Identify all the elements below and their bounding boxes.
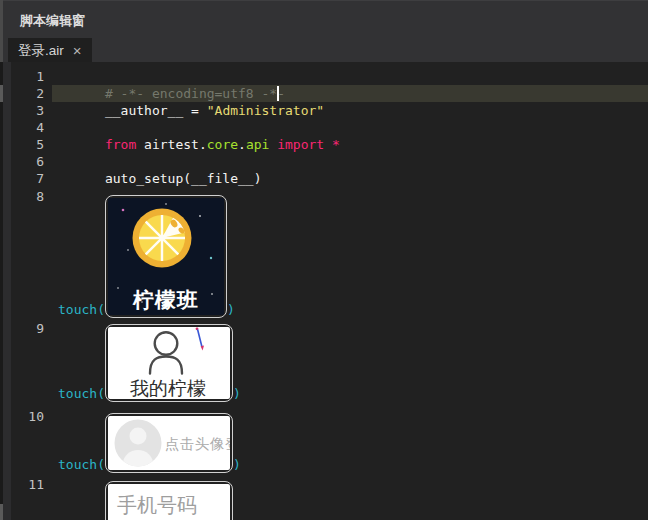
left-scrollbar-rail[interactable]	[0, 0, 3, 520]
line-number-6: 6	[12, 153, 44, 170]
airtest-script-editor-window: 脚本编辑窗 登录.air × 1 2 3 4 5 6 7 8 9 10 11 #…	[0, 0, 648, 520]
touch-call-token: touch(	[58, 456, 105, 473]
code-editor[interactable]: 1 2 3 4 5 6 7 8 9 10 11 # -*- encoding=u…	[0, 62, 648, 520]
module-token: airtest.	[136, 137, 206, 152]
avatar-placeholder-icon	[114, 420, 161, 471]
panel-title: 脚本编辑窗	[20, 12, 85, 30]
lemon-splash-caption: 柠檬班	[132, 288, 199, 311]
editor-chrome: 脚本编辑窗 登录.air ×	[0, 0, 648, 62]
line-number-11: 11	[12, 476, 44, 493]
text-cursor	[277, 86, 279, 101]
assign-op-token: =	[183, 103, 206, 118]
line-number-9: 9	[12, 320, 44, 337]
touch-call-token: touch(	[58, 385, 105, 402]
rail-handle-mid[interactable]	[0, 85, 3, 102]
dot-token: .	[238, 137, 246, 152]
line-number-2: 2	[12, 85, 44, 102]
my-lemon-image: 我的柠檬	[108, 327, 230, 399]
phone-input-placeholder: 手机号码	[117, 492, 230, 519]
screenshot-phone-input[interactable]: 手机号码	[105, 481, 233, 520]
editor-margin-strip	[3, 62, 11, 520]
screenshot-my-lemon-tab[interactable]: 我的柠檬	[105, 324, 233, 402]
lemon-splash-image: 柠檬班	[108, 198, 224, 315]
import-keyword-token: import	[269, 137, 324, 152]
author-value-token: "Administrator"	[207, 103, 324, 118]
line-number-7: 7	[12, 170, 44, 187]
tab-login-air[interactable]: 登录.air ×	[8, 38, 92, 63]
api-token: api	[246, 137, 269, 152]
ink-annotation-mark	[196, 327, 204, 350]
code-line-11: touch( 手机号码 )	[58, 481, 241, 520]
code-line-10: touch( 点击头像登录	[58, 413, 241, 473]
line-number-5: 5	[12, 136, 44, 153]
code-line-2: __author__ = "Administrator"	[58, 85, 324, 102]
my-lemon-caption: 我的柠檬	[130, 378, 206, 399]
code-line-4: from airtest.core.api import *	[58, 119, 340, 136]
from-keyword-token: from	[105, 137, 136, 152]
close-paren-token: )	[233, 456, 241, 473]
avatar-login-label: 点击头像登录	[165, 436, 230, 452]
person-outline-icon	[150, 332, 182, 373]
code-line-9: touch( 我的柠檬	[58, 324, 241, 402]
tab-label: 登录.air	[18, 42, 64, 60]
line-number-3: 3	[12, 102, 44, 119]
code-line-8: touch(	[58, 195, 235, 318]
tab-close-icon[interactable]: ×	[73, 43, 82, 58]
core-token: core	[207, 137, 238, 152]
phone-input-image: 手机号码	[108, 484, 230, 520]
screenshot-avatar-login[interactable]: 点击头像登录	[105, 413, 233, 473]
line-number-10: 10	[12, 408, 44, 425]
avatar-login-image: 点击头像登录	[108, 416, 230, 470]
close-paren-token: )	[227, 301, 235, 318]
line-number-8: 8	[12, 188, 44, 205]
line-number-1: 1	[12, 68, 44, 85]
auto-setup-token: auto_setup(__file__)	[105, 171, 262, 186]
star-token: *	[324, 137, 340, 152]
code-line-6: auto_setup(__file__)	[58, 153, 262, 170]
rail-handle-top[interactable]	[0, 0, 3, 62]
touch-call-token: touch(	[58, 301, 105, 318]
rail-handle-bottom[interactable]	[0, 504, 3, 520]
screenshot-lemon-splash[interactable]: 柠檬班	[105, 195, 227, 318]
lemon-logo-icon	[132, 209, 191, 268]
line-number-4: 4	[12, 119, 44, 136]
close-paren-token: )	[233, 385, 241, 402]
code-line-1: # -*- encoding=utf8 -*-	[58, 68, 285, 85]
author-var-token: __author__	[105, 103, 183, 118]
